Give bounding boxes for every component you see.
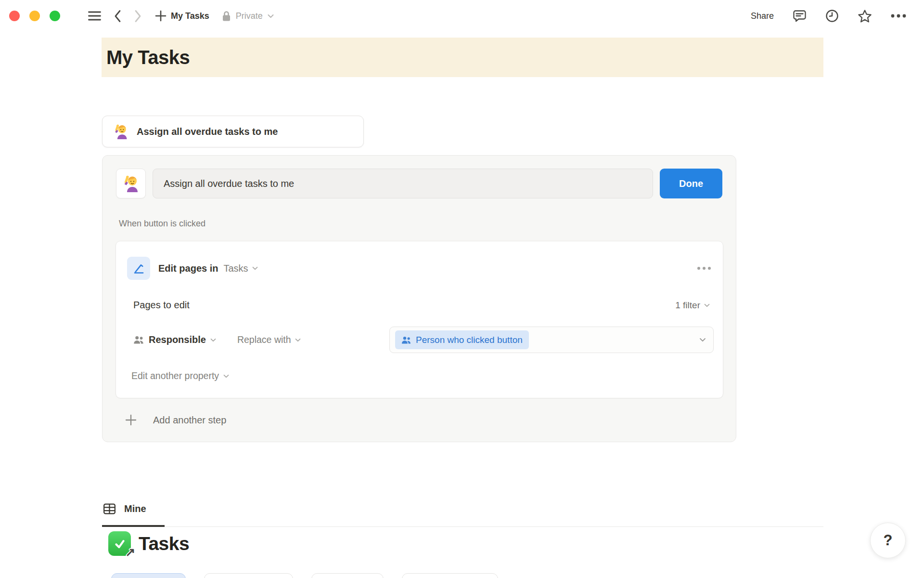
value-select[interactable]: Person who clicked button	[389, 327, 714, 353]
linked-arrow-icon: ↗	[125, 546, 135, 558]
filter-dropdown[interactable]: 1 filter	[675, 300, 710, 311]
add-another-step-label: Add another step	[153, 415, 226, 426]
star-icon	[858, 9, 872, 23]
ellipsis-icon	[891, 14, 906, 18]
close-window-button[interactable]	[9, 11, 20, 21]
comment-bubble-icon	[793, 10, 807, 23]
page-banner: My Tasks	[102, 38, 823, 77]
trigger-label: When button is clicked	[119, 219, 205, 229]
sidebar-toggle-button[interactable]	[88, 10, 101, 22]
operation-label: Replace with	[237, 334, 291, 345]
lock-icon	[222, 11, 231, 22]
automation-step-card: Edit pages in Tasks Pages to edit 1 filt…	[116, 241, 723, 398]
page-title: My Tasks	[102, 47, 190, 68]
filter-count-label: 1 filter	[675, 300, 700, 311]
bottom-pill[interactable]	[311, 573, 384, 578]
chevron-right-icon	[134, 10, 141, 23]
edit-another-property-dropdown[interactable]: Edit another property	[131, 370, 229, 381]
chevron-down-icon	[699, 338, 706, 342]
tab-mine-label: Mine	[124, 503, 146, 514]
chevron-down-icon	[252, 266, 258, 270]
automation-button-label: Assign all overdue tasks to me	[137, 126, 278, 137]
person-value-chip: Person who clicked button	[395, 330, 529, 349]
pages-to-edit-label: Pages to edit	[133, 300, 190, 311]
database-title[interactable]: Tasks	[139, 533, 189, 554]
updates-button[interactable]	[825, 9, 839, 23]
linked-database-heading: ↗ Tasks	[108, 531, 189, 556]
new-page-button[interactable]	[154, 10, 167, 22]
breadcrumb-page-title[interactable]: My Tasks	[171, 11, 209, 21]
forward-button[interactable]	[134, 10, 141, 23]
bottom-pill[interactable]	[111, 573, 186, 578]
chevron-down-icon	[268, 14, 274, 18]
person-value-label: Person who clicked button	[416, 335, 523, 345]
people-icon	[401, 336, 411, 344]
more-options-button[interactable]	[891, 14, 906, 18]
edit-another-property-label: Edit another property	[131, 370, 219, 381]
done-button[interactable]: Done	[660, 169, 722, 198]
woman-raising-hand-emoji	[122, 175, 140, 192]
minimize-window-button[interactable]	[29, 11, 40, 21]
titlebar: My Tasks Private Share	[0, 0, 924, 32]
macos-traffic-lights	[9, 11, 60, 21]
bottom-pill[interactable]	[402, 573, 498, 578]
button-name-row: Done	[116, 169, 722, 198]
add-another-step-button[interactable]: Add another step	[125, 414, 226, 426]
target-database-name: Tasks	[223, 263, 248, 274]
button-name-input[interactable]	[153, 169, 653, 198]
chevron-down-icon	[223, 374, 229, 378]
step-action-label: Edit pages in	[158, 263, 218, 274]
property-name-label: Responsible	[149, 334, 206, 345]
chevron-down-icon	[704, 303, 710, 307]
edit-pages-tile	[127, 257, 150, 280]
woman-raising-hand-emoji	[113, 124, 128, 139]
help-button[interactable]: ?	[870, 523, 906, 558]
share-button[interactable]: Share	[751, 11, 774, 21]
automation-button[interactable]: Assign all overdue tasks to me	[102, 116, 364, 147]
operation-dropdown[interactable]: Replace with	[237, 334, 301, 345]
privacy-dropdown[interactable]: Private	[222, 11, 274, 22]
clock-icon	[825, 9, 839, 23]
pencil-edit-icon	[132, 262, 145, 275]
target-database-dropdown[interactable]: Tasks	[223, 263, 257, 274]
check-mark-emoji: ↗	[108, 531, 131, 556]
button-editor-panel: Done When button is clicked Edit pages i…	[102, 155, 736, 442]
privacy-label: Private	[236, 11, 263, 21]
chevron-down-icon	[210, 338, 216, 342]
back-button[interactable]	[114, 10, 121, 23]
filter-pills-row	[111, 573, 498, 578]
chevron-left-icon	[114, 10, 121, 23]
people-icon	[133, 335, 144, 344]
button-emoji-picker[interactable]	[116, 169, 146, 198]
hamburger-menu-icon	[88, 10, 101, 22]
comments-button[interactable]	[793, 10, 807, 23]
notion-window: My Tasks Private Share	[0, 0, 924, 578]
table-view-icon	[102, 501, 117, 516]
zoom-window-button[interactable]	[50, 11, 60, 21]
plus-icon	[125, 414, 137, 426]
tab-mine[interactable]: Mine	[102, 492, 165, 527]
plus-icon	[154, 10, 167, 22]
chevron-down-icon	[295, 338, 301, 342]
property-dropdown[interactable]: Responsible	[133, 334, 216, 345]
favorite-button[interactable]	[858, 9, 872, 23]
step-more-options-button[interactable]	[697, 267, 711, 270]
bottom-pill[interactable]	[204, 573, 293, 578]
database-view-tabs: Mine	[102, 492, 823, 527]
